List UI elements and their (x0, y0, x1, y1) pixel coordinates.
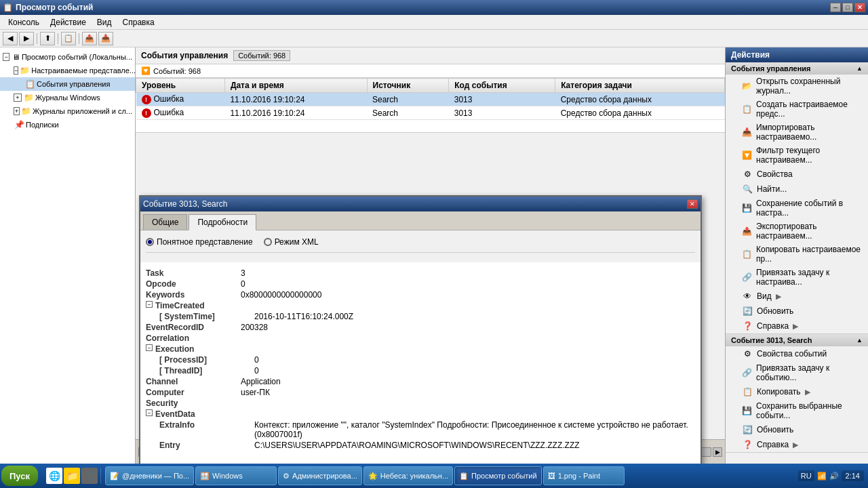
tree-expand-applogs[interactable]: + (14, 107, 20, 115)
tab-general[interactable]: Общие (143, 214, 187, 230)
tree-windows-logs-label: Журналы Windows (35, 94, 100, 102)
collapse-eventdata[interactable]: − (146, 409, 153, 416)
tree-management-events[interactable]: 📋 События управления (0, 77, 135, 91)
detail-row-systemtime: [ SystemTime] 2016-10-11T16:10:24.000Z (146, 311, 695, 322)
table-row[interactable]: !Ошибка 11.10.2016 19:10:24 Search 3013 … (136, 106, 725, 120)
taskbar-item-1[interactable]: 🪟 Windows (195, 466, 277, 485)
radio-xml[interactable]: Режим XML (264, 237, 319, 247)
action-properties[interactable]: ⚙ Свойства (726, 167, 868, 182)
events-table-container[interactable]: Уровень Дата и время Источник Код событи… (136, 78, 725, 132)
action-open-saved[interactable]: 📂 Открыть сохраненный журнал... (726, 75, 868, 98)
action-event-props[interactable]: ⚙ Свойства событий (726, 346, 868, 361)
label-computer: Computer (146, 388, 241, 397)
event-log-header: События управления Событий: 968 (136, 47, 725, 64)
tree-subscriptions[interactable]: 📌 Подписки (0, 118, 135, 131)
action-save-events[interactable]: 💾 Сохранение событий в настра... (726, 197, 868, 220)
table-row[interactable]: !Ошибка 11.10.2016 19:10:24 Search 3013 … (136, 93, 725, 106)
dialog-tabs: Общие Подробности (140, 211, 701, 230)
toolbar-import[interactable]: 📥 (98, 32, 113, 45)
taskbar-item-0[interactable]: 📝 @дневники — По... (105, 466, 194, 485)
tree-expand-root[interactable]: − (3, 53, 9, 61)
taskbar-item-3[interactable]: 🌟 Небеса: уникальн... (363, 466, 453, 485)
toolbar-export[interactable]: 📤 (82, 32, 97, 45)
save-icon: 💾 (742, 203, 752, 214)
label-eventrecordid: EventRecordID (146, 323, 241, 332)
action-save-selected[interactable]: 💾 Сохранить выбранные событи... (726, 399, 868, 422)
action-view[interactable]: 👁 Вид ▶ (726, 289, 868, 304)
dialog-content[interactable]: Task 3 Opcode 0 Keywords 0x8000000000000… (140, 262, 701, 488)
attach-task-icon: 🔗 (742, 367, 752, 378)
action-label: Обновить (757, 306, 793, 316)
dialog-title-text: Событие 3013, Search (143, 199, 227, 209)
sound-icon: 🔊 (829, 472, 839, 481)
action-refresh[interactable]: 🔄 Обновить (726, 304, 868, 319)
taskbar-item-2[interactable]: ⚙ Администрирова... (278, 466, 362, 485)
import-icon: 📥 (742, 127, 752, 138)
radio-readable[interactable]: Понятное представление (146, 237, 253, 247)
window-title: Просмотр событий (16, 3, 93, 12)
taskbar-item-5[interactable]: 🖼 1.png - Paint (543, 466, 625, 485)
toolbar-up[interactable]: ⬆ (40, 32, 55, 45)
start-button[interactable]: Пуск (1, 466, 38, 486)
detail-section-execution: − Execution (146, 344, 695, 354)
action-refresh-2[interactable]: 🔄 Обновить (726, 422, 868, 437)
tree-app-logs[interactable]: + 📁 Журналы приложений и сл... (0, 104, 135, 118)
col-datetime[interactable]: Дата и время (224, 79, 367, 93)
value-eventrecordid: 200328 (241, 323, 695, 332)
dialog-close-button[interactable]: ✕ (687, 199, 698, 209)
detail-row-processid: [ ProcessID] 0 (146, 354, 695, 365)
col-category[interactable]: Категория задачи (555, 79, 725, 93)
col-code[interactable]: Код события (449, 79, 555, 93)
menu-console[interactable]: Консоль (3, 16, 45, 28)
table-scrollbar[interactable] (136, 132, 725, 143)
tree-expand-winlogs[interactable]: + (14, 94, 22, 102)
scroll-right-btn[interactable]: ▶ (713, 447, 722, 457)
toolbar-forward[interactable]: ▶ (19, 32, 34, 45)
actions-section-2-title: Событие 3013, Search (731, 336, 812, 344)
tree-expand-custom[interactable]: − (14, 66, 18, 75)
label-security: Security (146, 399, 241, 408)
toolbar-separator-3 (79, 33, 79, 44)
toolbar-show-hide-tree[interactable]: 📋 (61, 32, 76, 45)
action-help-2[interactable]: ❓ Справка ▶ (726, 437, 868, 452)
col-source[interactable]: Источник (367, 79, 449, 93)
action-copy-event[interactable]: 📋 Копировать ▶ (726, 384, 868, 399)
tree-root[interactable]: − 🖥 Просмотр событий (Локальны... (0, 50, 135, 64)
action-import[interactable]: 📥 Импортировать настраиваемо... (726, 121, 868, 144)
value-computer: user-ПК (241, 388, 695, 397)
maximize-button[interactable]: □ (842, 3, 853, 12)
tab-details[interactable]: Подробности (189, 214, 256, 230)
actions-section-2-header[interactable]: Событие 3013, Search ▲ (726, 334, 868, 346)
view-icon: 👁 (742, 291, 753, 302)
close-button[interactable]: ✕ (854, 3, 865, 12)
menu-help[interactable]: Справка (117, 16, 160, 28)
quick-launch-ie[interactable]: 🌐 (46, 468, 62, 484)
menu-view[interactable]: Вид (92, 16, 117, 28)
toolbar-back[interactable]: ◀ (3, 32, 18, 45)
action-export[interactable]: 📤 Экспортировать настраиваем... (726, 220, 868, 243)
action-label: Фильтр текущего настраиваем... (756, 146, 863, 165)
action-help[interactable]: ❓ Справка ▶ (726, 319, 868, 333)
col-level[interactable]: Уровень (136, 79, 225, 93)
filter-icon-action: 🔽 (742, 150, 752, 161)
row1-code: 3013 (449, 93, 555, 106)
action-find[interactable]: 🔍 Найти... (726, 182, 868, 197)
action-create-custom[interactable]: 📋 Создать настраиваемое предс... (726, 98, 868, 121)
menu-action[interactable]: Действие (45, 16, 92, 28)
toolbar-separator-1 (37, 33, 37, 44)
minimize-button[interactable]: ─ (830, 3, 841, 12)
quick-launch-folder[interactable]: 📁 (64, 468, 80, 484)
action-attach-task[interactable]: 🔗 Привязать задачу к настраива... (726, 266, 868, 289)
action-attach-event-task[interactable]: 🔗 Привязать задачу к событию... (726, 361, 868, 384)
tree-custom-views[interactable]: − 📁 Настраиваемые представле... (0, 64, 135, 77)
action-filter[interactable]: 🔽 Фильтр текущего настраиваем... (726, 144, 868, 167)
tree-windows-logs[interactable]: + 📁 Журналы Windows (0, 91, 135, 104)
quick-launch-media[interactable]: 🎵 (81, 468, 98, 484)
copy-icon: 📋 (742, 249, 752, 260)
taskbar-item-4[interactable]: 📋 Просмотр событий (454, 466, 542, 485)
action-copy-view[interactable]: 📋 Копировать настраиваемое пр... (726, 243, 868, 266)
collapse-timecreated[interactable]: − (146, 301, 153, 308)
readable-view-label: Понятное представление (157, 237, 253, 247)
collapse-execution[interactable]: − (146, 344, 153, 351)
actions-section-1-header[interactable]: События управления ▲ (726, 62, 868, 75)
